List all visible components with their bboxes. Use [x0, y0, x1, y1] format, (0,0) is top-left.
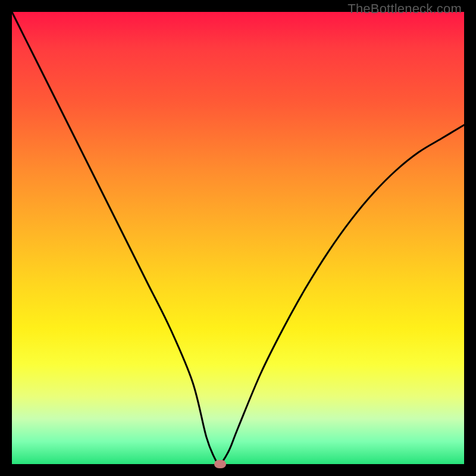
- watermark-text: TheBottleneck.com: [347, 1, 462, 17]
- plot-area: [12, 12, 464, 464]
- bottleneck-curve: [12, 12, 464, 464]
- minimum-marker: [214, 460, 226, 468]
- chart-frame: TheBottleneck.com: [0, 0, 476, 476]
